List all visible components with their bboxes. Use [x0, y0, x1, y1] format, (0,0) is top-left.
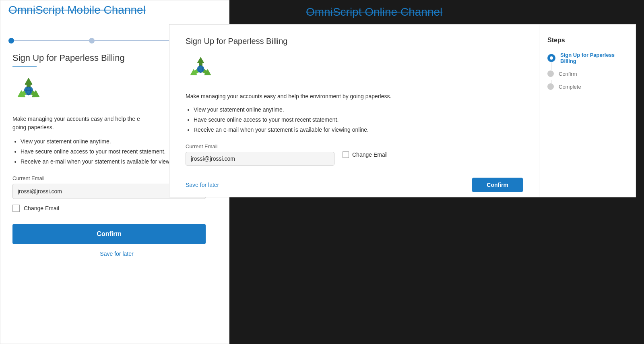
online-confirm-button[interactable]: Confirm — [472, 178, 523, 192]
step-item-3: Complete — [547, 83, 627, 90]
mobile-change-email-checkbox[interactable] — [12, 205, 20, 212]
online-email-input[interactable] — [186, 152, 334, 166]
step-dot-inactive-3 — [547, 83, 554, 90]
step-label-2: Confirm — [559, 71, 577, 77]
online-main: Sign Up for Paperless Billing Make manag… — [169, 25, 539, 197]
online-bullet-1: View your statement online anytime. — [194, 105, 523, 115]
step-label-1: Sign Up for Paperless Billing — [560, 52, 627, 64]
mobile-heading-underline — [12, 66, 37, 67]
progress-dot-2 — [89, 38, 95, 44]
mobile-channel-title: OmniScript Mobile Channel — [8, 4, 146, 17]
online-change-email-label: Change Email — [352, 151, 388, 158]
steps-title: Steps — [547, 37, 627, 44]
online-email-label: Current Email — [186, 143, 334, 149]
online-panel: Sign Up for Paperless Billing Make manag… — [169, 24, 636, 197]
mobile-save-link[interactable]: Save for later — [12, 251, 221, 257]
online-change-email-checkbox[interactable] — [343, 151, 349, 158]
mobile-change-email-label: Change Email — [24, 205, 59, 211]
step-label-3: Complete — [559, 84, 581, 90]
progress-line — [11, 40, 92, 41]
online-footer: Save for later Confirm — [186, 178, 523, 192]
step-item-1: Sign Up for Paperless Billing — [547, 52, 627, 64]
progress-dot-1 — [8, 38, 14, 44]
online-change-email-row: Change Email — [343, 151, 388, 158]
recycle-icon-mobile — [12, 75, 45, 107]
online-bullet-list: View your statement online anytime. Have… — [186, 105, 523, 135]
online-description: Make managing your accounts easy and hel… — [186, 92, 523, 101]
online-form-group: Current Email — [186, 143, 334, 166]
step-item-2: Confirm — [547, 70, 627, 77]
online-form-row: Current Email Change Email — [186, 143, 523, 166]
online-heading: Sign Up for Paperless Billing — [186, 37, 523, 46]
mobile-confirm-button[interactable]: Confirm — [12, 224, 206, 244]
online-channel-title: OmniScript Online Channel — [306, 6, 442, 19]
mobile-change-email-row: Change Email — [12, 205, 221, 212]
online-bullet-3: Receive an e-mail when your statement is… — [194, 125, 523, 135]
step-dot-active-1 — [547, 54, 555, 62]
steps-sidebar: Steps Sign Up for Paperless Billing Conf… — [539, 25, 636, 197]
online-save-link[interactable]: Save for later — [186, 182, 219, 188]
step-dot-inactive-2 — [547, 70, 554, 77]
recycle-icon-online — [186, 54, 216, 84]
online-bullet-2: Have secure online access to your most r… — [194, 115, 523, 125]
